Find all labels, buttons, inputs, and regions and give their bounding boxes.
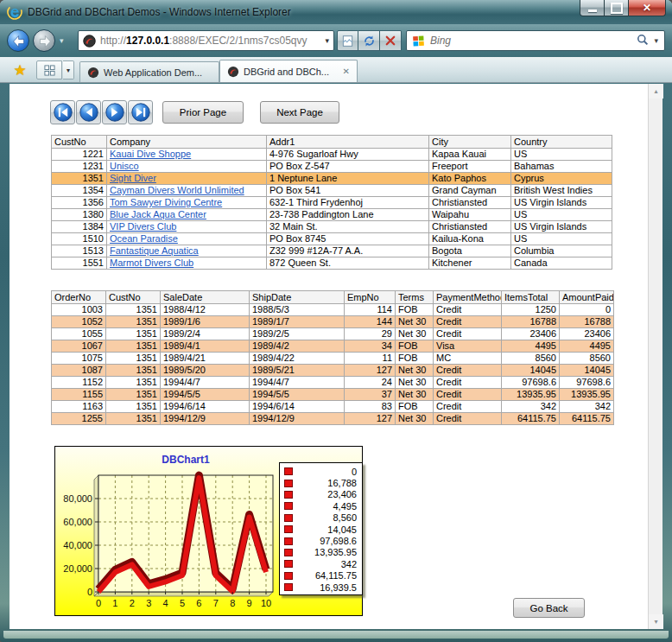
- page-content: Prior Page Next Page CustNoCompanyAddr1C…: [10, 84, 648, 629]
- table-row[interactable]: 1510Ocean ParadisePO Box 8745Kailua-Kona…: [52, 233, 612, 245]
- company-link[interactable]: Cayman Divers World Unlimited: [110, 185, 244, 195]
- search-options-caret[interactable]: [654, 36, 658, 45]
- table-row[interactable]: 1354Cayman Divers World UnlimitedPO Box …: [52, 185, 612, 197]
- table-row[interactable]: 115213511994/4/71994/4/724Net 30Credit97…: [52, 377, 614, 389]
- next-page-button[interactable]: Next Page: [260, 101, 339, 124]
- company-link[interactable]: Kauai Dive Shoppe: [110, 149, 191, 159]
- company-link[interactable]: Blue Jack Aqua Center: [110, 209, 206, 219]
- legend-swatch-icon: [284, 525, 293, 533]
- minimize-button[interactable]: [580, 0, 605, 16]
- vertical-scrollbar[interactable]: [648, 84, 662, 629]
- table-row[interactable]: 108713511989/5/201989/5/21127Net 30Credi…: [52, 365, 614, 377]
- table-row[interactable]: 1551Marmot Divers Club872 Queen St.Kitch…: [52, 257, 612, 270]
- table-row[interactable]: 1356Tom Sawyer Diving Centre632-1 Third …: [52, 197, 612, 209]
- url-dropdown-caret[interactable]: [325, 36, 329, 45]
- legend-swatch-icon: [284, 514, 293, 522]
- orders-column-header: Terms: [396, 291, 434, 304]
- orders-grid: OrderNoCustNoSaleDateShipDateEmpNoTermsP…: [51, 290, 614, 425]
- table-row[interactable]: 105513511989/2/41989/2/529Net 30Credit23…: [52, 328, 614, 340]
- ie-logo-icon: [7, 4, 22, 20]
- scroll-up-arrow-icon[interactable]: [649, 84, 663, 99]
- company-link[interactable]: Tom Sawyer Diving Centre: [110, 197, 222, 207]
- table-row[interactable]: 107513511989/4/211989/4/2211FOBMC8560856…: [52, 353, 614, 365]
- last-record-button[interactable]: [128, 100, 153, 124]
- search-box[interactable]: Bing: [406, 30, 665, 51]
- legend-item: 64,115.75: [280, 570, 362, 582]
- quick-tabs-button[interactable]: [36, 60, 62, 79]
- back-button[interactable]: [7, 29, 29, 52]
- forward-button-disabled[interactable]: [33, 29, 55, 52]
- table-row[interactable]: 1384VIP Divers Club32 Main St.Christians…: [52, 221, 612, 233]
- url-scheme: http://: [100, 35, 126, 47]
- legend-swatch-icon: [284, 583, 293, 591]
- legend-swatch-icon: [284, 467, 293, 475]
- table-row[interactable]: 106713511989/4/11989/4/234FOBVisa4495449…: [52, 340, 614, 353]
- svg-text:40,000: 40,000: [63, 540, 92, 550]
- tab-label: DBGrid and DBCh...: [244, 67, 329, 77]
- table-row[interactable]: 115513511994/5/51994/5/537Net 30Credit13…: [52, 389, 614, 401]
- legend-value: 8,560: [333, 512, 357, 523]
- orders-column-header: SaleDate: [161, 291, 250, 304]
- prior-page-button[interactable]: Prior Page: [162, 101, 244, 124]
- legend-swatch-icon: [284, 572, 293, 580]
- legend-swatch-icon: [284, 560, 293, 568]
- legend-item: 13,935.95: [280, 547, 362, 558]
- restore-button[interactable]: [605, 0, 629, 16]
- tab-web-application-demos[interactable]: Web Application Dem...: [79, 61, 219, 82]
- orders-column-header: OrderNo: [52, 291, 106, 304]
- recent-pages-caret[interactable]: [60, 36, 64, 45]
- company-link[interactable]: VIP Divers Club: [110, 221, 176, 232]
- svg-text:6: 6: [196, 598, 201, 608]
- window-controls: [580, 0, 666, 16]
- address-bar: http://127.0.0.1:8888/EXEC/2/1nms7cs05qv…: [0, 24, 672, 57]
- legend-value: 13,935.95: [314, 547, 357, 557]
- legend-value: 16,939.5: [320, 582, 357, 593]
- tab-dbgrid-dbchart[interactable]: DBGrid and DBCh...: [219, 60, 358, 82]
- table-row[interactable]: 1351Sight Diver1 Neptune LaneKato Paphos…: [52, 173, 612, 185]
- table-row[interactable]: 105213511989/1/61989/1/7144Net 30Credit1…: [52, 316, 614, 328]
- svg-text:1: 1: [112, 598, 117, 608]
- next-record-button[interactable]: [102, 100, 127, 124]
- table-row[interactable]: 100313511988/4/121988/5/3114FOBCredit125…: [52, 304, 614, 316]
- first-record-button[interactable]: [50, 100, 75, 124]
- stop-button[interactable]: [380, 30, 402, 51]
- dbchart: DBChart1 020,00040,00060,00080,000012345…: [54, 446, 363, 616]
- url-field[interactable]: http://127.0.0.1:8888/EXEC/2/1nms7cs05qv…: [78, 30, 334, 51]
- scroll-down-arrow-icon[interactable]: [649, 614, 663, 629]
- company-link[interactable]: Ocean Paradise: [110, 233, 178, 244]
- refresh-button[interactable]: [358, 30, 380, 51]
- customers-header-row: CustNoCompanyAddr1CityCountry: [52, 136, 612, 149]
- svg-text:0: 0: [87, 587, 92, 597]
- table-row[interactable]: 125513511994/12/91994/12/9127Net 30Credi…: [52, 413, 614, 425]
- legend-item: 97,698.6: [280, 535, 362, 546]
- company-link[interactable]: Fantastique Aquatica: [110, 245, 199, 256]
- company-link[interactable]: Marmot Divers Club: [110, 257, 193, 268]
- legend-value: 97,698.6: [320, 536, 357, 546]
- company-link[interactable]: Unisco: [110, 161, 139, 171]
- compatibility-view-button[interactable]: [337, 30, 358, 51]
- tab-favicon: [87, 67, 99, 79]
- legend-value: 342: [341, 559, 357, 569]
- search-icon[interactable]: [636, 33, 650, 49]
- legend-swatch-icon: [284, 549, 293, 556]
- company-link[interactable]: Sight Diver: [110, 173, 156, 183]
- table-row[interactable]: 1513Fantastique AquaticaZ32 999 #12A-77 …: [52, 245, 612, 257]
- favorites-button[interactable]: [9, 60, 31, 80]
- table-row[interactable]: 1380Blue Jack Aqua Center23-738 Paddingt…: [52, 209, 612, 221]
- legend-value: 0: [352, 467, 357, 477]
- tab-bar: Web Application Dem... DBGrid and DBCh..…: [0, 57, 672, 83]
- prior-record-button[interactable]: [76, 100, 101, 124]
- url-host: 127.0.0.1: [126, 35, 169, 47]
- go-back-button[interactable]: Go Back: [513, 598, 585, 618]
- url-path: :8888/EXEC/2/1nms7cs05qvy: [169, 35, 307, 47]
- tab-close-icon[interactable]: [338, 67, 350, 76]
- table-row[interactable]: 1231UniscoPO Box Z-547FreeportBahamas: [52, 161, 612, 173]
- site-favicon: [83, 35, 96, 48]
- orders-column-header: PaymentMethod: [434, 291, 502, 304]
- table-row[interactable]: 116313511994/6/141994/6/1483FOBCredit342…: [52, 401, 614, 413]
- close-button[interactable]: [629, 0, 666, 16]
- legend-item: 16,939.5: [280, 582, 362, 593]
- tab-list-caret[interactable]: [63, 60, 74, 79]
- table-row[interactable]: 1221Kauai Dive Shoppe4-976 Sugarloaf Hwy…: [52, 149, 612, 161]
- customers-grid: CustNoCompanyAddr1CityCountry 1221Kauai …: [51, 135, 612, 270]
